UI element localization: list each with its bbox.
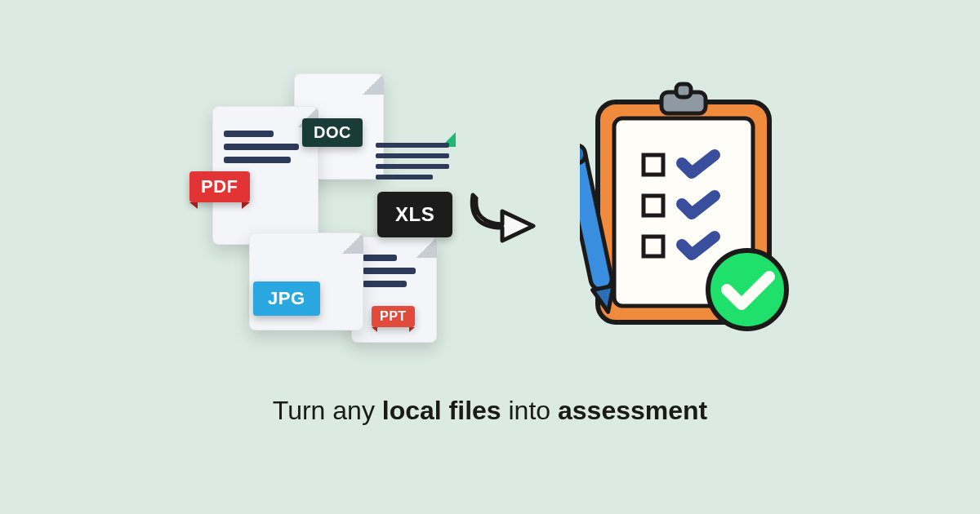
caption-part2: into [501,396,558,425]
caption-text: Turn any local files into assessment [0,396,980,426]
xls-badge: XLS [377,192,452,237]
caption-part1: Turn any [273,396,382,425]
pdf-badge: PDF [189,171,250,202]
arrow-icon [470,184,543,252]
assessment-clipboard-icon [580,78,800,342]
xls-file-lines [376,143,449,185]
doc-badge: DOC [302,118,363,147]
jpg-badge: JPG [253,281,320,316]
svg-rect-3 [676,84,691,97]
ppt-badge: PPT [372,306,415,327]
file-icons-cluster: DOC PDF XLS PPT JPG [204,73,457,343]
caption-bold2: assessment [558,396,707,425]
caption-bold1: local files [382,396,501,425]
svg-point-9 [708,250,786,329]
hero-graphic: DOC PDF XLS PPT JPG [0,0,980,514]
